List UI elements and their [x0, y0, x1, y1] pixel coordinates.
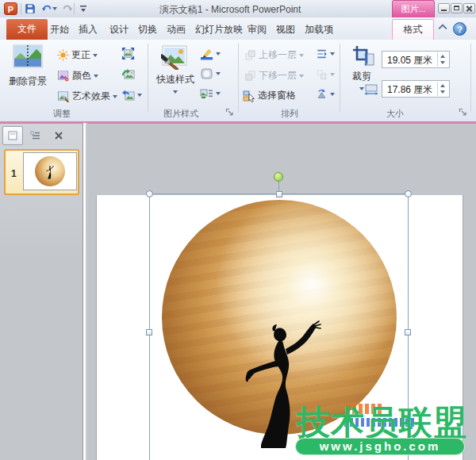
close-panel-button[interactable]: [48, 126, 69, 145]
minimize-button[interactable]: [438, 3, 450, 13]
tab-home[interactable]: 开始: [46, 21, 73, 40]
corrections-label: 更正: [71, 48, 90, 62]
bring-forward-button: 上移一层: [244, 48, 304, 62]
picture-effects-icon: [200, 67, 213, 80]
group-separator: [238, 44, 239, 112]
send-backward-icon: [244, 70, 256, 82]
resize-handle-left[interactable]: [146, 329, 152, 335]
artistic-effects-button[interactable]: 艺术效果: [57, 90, 117, 103]
shape-width-value: 17.86 厘米: [387, 83, 432, 97]
size-dialog-launcher[interactable]: [459, 108, 467, 117]
selection-pane-label: 选择窗格: [258, 89, 296, 102]
outline-tab[interactable]: [25, 126, 45, 145]
customize-qat-button[interactable]: [76, 2, 90, 15]
tab-format-active[interactable]: 格式: [392, 19, 434, 40]
bring-forward-label: 上移一层: [259, 48, 297, 62]
undo-dropdown[interactable]: [51, 2, 59, 15]
tab-file[interactable]: 文件: [6, 19, 48, 40]
change-picture-icon: [121, 68, 135, 81]
picture-border-icon: [200, 48, 213, 60]
tab-transitions[interactable]: 切换: [134, 21, 161, 40]
shape-width-icon: [364, 82, 378, 95]
compress-pictures-button[interactable]: [121, 47, 135, 60]
chevron-down-icon: [216, 72, 221, 75]
slides-panel: 1: [0, 123, 83, 460]
qat-more-icon: [79, 4, 87, 13]
chevron-down-icon: [299, 54, 304, 57]
sun-icon: [57, 49, 69, 61]
change-picture-button[interactable]: [121, 68, 135, 81]
shape-height-value: 19.05 厘米: [387, 54, 432, 67]
powerpoint-logo-icon[interactable]: P: [4, 2, 17, 15]
shape-width-field[interactable]: 17.86 厘米: [382, 80, 450, 98]
qat-separator: [74, 3, 75, 14]
slide-thumbnail-item[interactable]: 1: [4, 149, 79, 195]
quick-styles-icon: [161, 44, 190, 70]
tab-design[interactable]: 设计: [106, 21, 132, 40]
redo-icon: [62, 3, 74, 14]
resize-handle-top-right[interactable]: [405, 190, 412, 197]
chevron-down-icon: [330, 73, 335, 76]
restore-icon: [454, 6, 459, 10]
artistic-effects-icon: [57, 90, 70, 102]
remove-background-button[interactable]: 删除背景: [5, 44, 51, 88]
contextual-tab-group-header: 图片...: [392, 0, 435, 17]
align-icon: [316, 48, 328, 59]
group-separator: [148, 44, 148, 112]
slide-thumbnail[interactable]: [23, 152, 77, 190]
resize-handle-top[interactable]: [276, 191, 282, 197]
corrections-button[interactable]: 更正: [57, 48, 98, 62]
minimize-icon: [441, 10, 447, 11]
slides-tab[interactable]: [2, 126, 23, 145]
tab-addins[interactable]: 加载项: [300, 21, 338, 40]
picture-border-button[interactable]: [200, 48, 221, 60]
color-button[interactable]: 颜色: [57, 69, 98, 82]
tab-view[interactable]: 视图: [272, 21, 299, 40]
dialog-launcher-icon: [225, 108, 234, 117]
shape-width-spinner[interactable]: [437, 82, 448, 96]
qat-separator: [21, 3, 21, 14]
collapse-ribbon-button[interactable]: [438, 24, 449, 33]
chevron-down-icon: [94, 75, 98, 78]
window-title: 演示文稿1 - Microsoft PowerPoint: [119, 3, 341, 17]
picture-layout-icon: [200, 87, 213, 100]
maximize-button[interactable]: [451, 3, 463, 13]
chevron-down-icon: [330, 93, 335, 96]
save-button[interactable]: [23, 2, 37, 15]
outline-tab-icon: [29, 130, 40, 141]
quick-styles-button[interactable]: 快速样式: [152, 44, 198, 94]
chevron-down-icon: [93, 54, 98, 57]
watermark-url: www.jsgho.com: [295, 438, 465, 455]
tab-slideshow[interactable]: 幻灯片放映: [187, 21, 251, 40]
tab-insert[interactable]: 插入: [75, 21, 102, 40]
chevron-down-icon: [299, 75, 304, 78]
spin-down-icon: [440, 61, 445, 64]
shape-height-field[interactable]: 19.05 厘米: [382, 51, 450, 68]
chevron-down-icon: [216, 92, 221, 95]
resize-handle-top-left[interactable]: [146, 190, 153, 197]
group-label-picture-styles: 图片样式: [151, 108, 211, 120]
rotation-handle[interactable]: [274, 172, 283, 182]
align-button[interactable]: [316, 48, 335, 59]
color-label: 颜色: [72, 69, 91, 82]
rotate-button[interactable]: [316, 89, 335, 100]
chevron-down-icon: [52, 7, 57, 10]
resize-handle-right[interactable]: [405, 329, 411, 335]
reset-picture-button[interactable]: [121, 89, 142, 102]
shape-height-icon: [364, 52, 377, 67]
tab-review[interactable]: 审阅: [244, 21, 271, 40]
help-button[interactable]: ?: [453, 22, 466, 36]
chevron-down-icon: [113, 95, 117, 98]
chevron-up-icon: [438, 24, 447, 30]
shape-height-icon-wrap: [364, 52, 377, 67]
close-button[interactable]: [463, 3, 475, 13]
selection-pane-button[interactable]: 选择窗格: [243, 89, 296, 102]
save-icon: [25, 3, 36, 14]
redo-button: [60, 2, 75, 15]
tab-animations[interactable]: 动画: [163, 21, 190, 40]
close-icon: [54, 131, 63, 140]
picture-styles-dialog-launcher[interactable]: [225, 108, 234, 117]
picture-effects-button[interactable]: [200, 67, 221, 80]
shape-height-spinner[interactable]: [437, 52, 448, 67]
picture-layout-button[interactable]: [200, 87, 221, 100]
